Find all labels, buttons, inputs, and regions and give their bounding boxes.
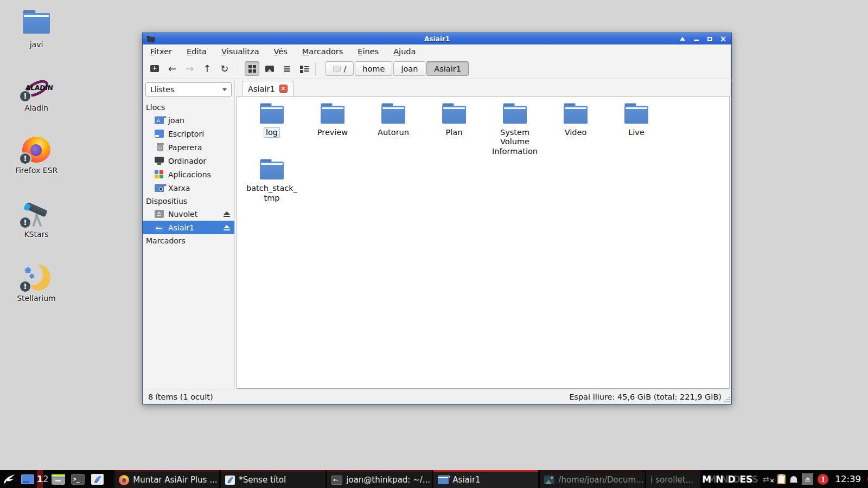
menu-fitxer[interactable]: Fitxer <box>150 47 172 56</box>
file-cabinet-icon <box>52 474 65 485</box>
removable-media-icon[interactable] <box>802 473 813 485</box>
app-menu-button[interactable] <box>0 470 18 488</box>
drive-icon <box>155 210 164 218</box>
new-window-icon[interactable] <box>150 65 159 72</box>
show-desktop-button[interactable] <box>18 470 37 488</box>
back-icon[interactable]: ← <box>168 64 176 74</box>
workspace-2-button[interactable]: 2 <box>43 470 48 488</box>
sidebar-item-xarxa[interactable]: Xarxa <box>143 181 234 195</box>
file-item-video[interactable]: Video <box>545 103 606 157</box>
task-asiair1[interactable]: Asiair1 <box>433 470 538 488</box>
folder-icon <box>502 103 528 124</box>
eject-icon[interactable] <box>224 225 230 230</box>
sidebar-item-paperera[interactable]: Paperera <box>143 140 234 154</box>
keyboard-indicator[interactable]: M <box>702 474 711 485</box>
folder-icon <box>438 476 449 484</box>
compact-view-button[interactable] <box>297 61 311 76</box>
path-asiair1-button[interactable]: Asiair1 <box>426 61 469 76</box>
maximize-button[interactable] <box>705 35 714 43</box>
titlebar[interactable]: Asiair1 × <box>143 33 731 44</box>
menu-ves[interactable]: Vés <box>274 47 288 56</box>
file-item-preview[interactable]: Preview <box>302 103 363 157</box>
keyboard-indicator[interactable]: D <box>727 474 735 485</box>
bird-logo-icon <box>2 473 16 486</box>
menu-visualitza[interactable]: Visualitza <box>221 47 259 56</box>
menu-marcadors[interactable]: Marcadors <box>302 47 343 56</box>
desktop-icon-firefox-esr[interactable]: ! Firefox ESR <box>11 136 62 175</box>
file-name: Autorun <box>375 127 411 138</box>
forward-icon[interactable]: → <box>186 64 194 74</box>
file-item-batch-stack-tmp[interactable]: batch_stack_tmp <box>241 159 302 203</box>
workspace-1-button[interactable]: 1 <box>37 470 43 488</box>
close-button[interactable]: × <box>719 35 727 43</box>
keyboard-layout-indicator[interactable]: ES <box>740 474 753 485</box>
folder-icon <box>563 103 589 124</box>
file-item-plan[interactable]: Plan <box>424 103 484 157</box>
file-grid: log Preview Autorun Plan <box>237 97 671 206</box>
system-tray: M N D ES ⇄ ! 12:39 <box>702 473 868 485</box>
desktop-icon-aladin[interactable]: ALADIN ! Aladin <box>11 73 62 112</box>
file-name: Live <box>626 127 647 138</box>
compact-view-icon <box>300 65 309 72</box>
alert-icon[interactable]: ! <box>818 474 828 485</box>
menu-edita[interactable]: Edita <box>187 47 207 56</box>
file-item-system-volume-information[interactable]: System Volume Information <box>484 103 545 157</box>
sidebar-item-ordinador[interactable]: Ordinador <box>143 154 234 168</box>
task-terminal-joan[interactable]: >- joan@thinkpad: ~/... <box>327 470 432 488</box>
toolbar: ← → ↑ ↻ ≡ / home joan Asiair1 <box>143 59 731 79</box>
tab-label: Asiair1 <box>248 85 275 93</box>
path-root-button[interactable]: / <box>326 61 354 76</box>
path-joan-button[interactable]: joan <box>393 61 425 76</box>
path-home-button[interactable]: home <box>355 61 392 76</box>
file-view[interactable]: log Preview Autorun Plan <box>237 96 730 389</box>
sidebar-item-nuvolet[interactable]: Nuvolet <box>143 207 234 221</box>
minimize-icon <box>694 40 699 41</box>
grid-view-icon <box>248 65 256 73</box>
desktop-icon-stellarium[interactable]: ! Stellarium <box>11 264 62 303</box>
desktop-icon-javi[interactable]: javi <box>11 10 62 49</box>
main-area: Asiair1 ✕ log Preview Autor <box>235 79 731 389</box>
sidebar-item-asiair1[interactable]: Asiair1 <box>143 221 234 234</box>
menu-ajuda[interactable]: Ajuda <box>393 47 416 56</box>
minimize-button[interactable] <box>692 35 700 43</box>
warning-badge: ! <box>19 152 31 165</box>
terminal-launcher[interactable]: >_ <box>68 470 87 488</box>
sidebar-item-escriptori[interactable]: Escriptori <box>143 127 234 140</box>
folder-icon <box>259 103 285 124</box>
clipboard-icon[interactable] <box>777 474 786 484</box>
sidebar-mode-select[interactable]: Llistes <box>145 82 232 97</box>
file-item-live[interactable]: Live <box>606 103 667 157</box>
text-editor-launcher[interactable] <box>87 470 107 488</box>
desktop-icon-kstars[interactable]: ! KStars <box>11 200 62 239</box>
task-image-viewer[interactable]: /home/joan/Docum... <box>540 470 644 488</box>
up-icon[interactable]: ↑ <box>203 64 211 74</box>
list-view-button[interactable]: ≡ <box>279 61 294 76</box>
trash-icon <box>156 143 165 151</box>
menu-eines[interactable]: Eines <box>358 47 379 56</box>
file-item-log[interactable]: log <box>241 103 302 157</box>
task-sense-titol[interactable]: *Sense títol <box>221 470 326 488</box>
file-name: log <box>264 127 280 138</box>
file-manager-launcher[interactable] <box>48 470 68 488</box>
tab-close-icon[interactable]: ✕ <box>279 85 288 93</box>
desktop-icon-label: Aladin <box>11 104 62 112</box>
task-sorollet[interactable]: i sorollet... <box>646 470 700 488</box>
file-item-autorun[interactable]: Autorun <box>363 103 424 157</box>
desktop-icon-label: Stellarium <box>11 294 62 303</box>
keyboard-indicator[interactable]: N <box>716 474 723 485</box>
clock[interactable]: 12:39 <box>835 474 861 484</box>
network-offline-icon[interactable]: ⇄ <box>762 475 773 484</box>
reload-icon[interactable]: ↻ <box>220 64 228 74</box>
notification-bell-icon[interactable] <box>790 476 797 483</box>
thumbnail-view-button[interactable] <box>262 61 277 76</box>
applications-icon <box>155 170 164 178</box>
resize-grip[interactable] <box>724 396 730 403</box>
sidebar-item-aplicacions[interactable]: Aplicacions <box>143 168 234 181</box>
sidebar-item-joan[interactable]: ⌂ joan <box>143 113 234 127</box>
eject-icon[interactable] <box>224 211 230 217</box>
task-muntar-asiair[interactable]: Muntar AsiAir Plus ... <box>114 470 219 488</box>
tab-asiair1[interactable]: Asiair1 ✕ <box>242 81 293 96</box>
icon-view-button[interactable] <box>245 61 259 76</box>
shade-button[interactable] <box>678 35 687 43</box>
folder-icon <box>381 103 406 124</box>
